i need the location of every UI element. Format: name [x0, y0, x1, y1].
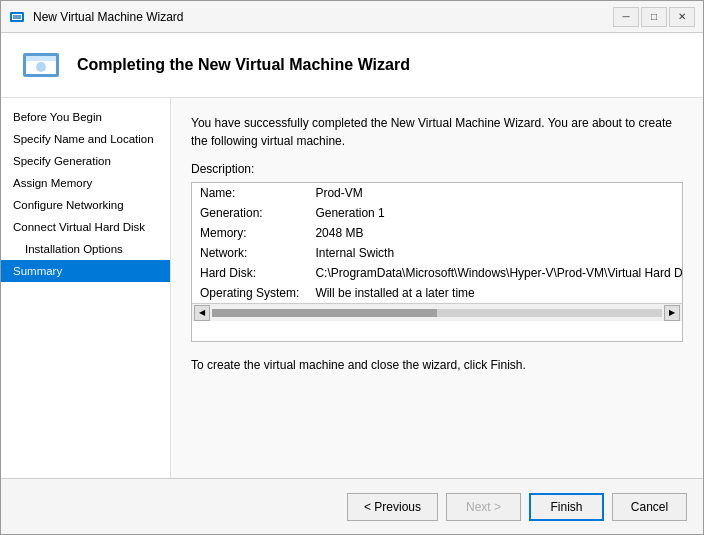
table-row: Hard Disk:C:\ProgramData\Microsoft\Windo… [192, 263, 683, 283]
main-panel: You have successfully completed the New … [171, 98, 703, 478]
wizard-header-icon [21, 49, 61, 81]
sidebar-item[interactable]: Configure Networking [1, 194, 170, 216]
sidebar-item[interactable]: Specify Name and Location [1, 128, 170, 150]
row-key: Generation: [192, 203, 307, 223]
scroll-left-button[interactable]: ◀ [194, 305, 210, 321]
row-key: Hard Disk: [192, 263, 307, 283]
row-value: Prod-VM [307, 183, 683, 203]
maximize-button[interactable]: □ [641, 7, 667, 27]
table-row: Memory:2048 MB [192, 223, 683, 243]
svg-rect-2 [13, 15, 21, 19]
table-row: Generation:Generation 1 [192, 203, 683, 223]
window-title: New Virtual Machine Wizard [33, 10, 613, 24]
wizard-window: New Virtual Machine Wizard ─ □ ✕ Complet… [0, 0, 704, 535]
minimize-button[interactable]: ─ [613, 7, 639, 27]
sidebar-item[interactable]: Summary [1, 260, 170, 282]
row-value: Generation 1 [307, 203, 683, 223]
sidebar-item[interactable]: Specify Generation [1, 150, 170, 172]
svg-rect-5 [26, 56, 56, 61]
description-table: Name:Prod-VMGeneration:Generation 1Memor… [192, 183, 683, 303]
content-area: Before You BeginSpecify Name and Locatio… [1, 98, 703, 478]
description-label: Description: [191, 162, 683, 176]
finish-instruction: To create the virtual machine and close … [191, 356, 683, 374]
sidebar-item[interactable]: Before You Begin [1, 106, 170, 128]
sidebar: Before You BeginSpecify Name and Locatio… [1, 98, 171, 478]
cancel-button[interactable]: Cancel [612, 493, 687, 521]
row-key: Name: [192, 183, 307, 203]
previous-button[interactable]: < Previous [347, 493, 438, 521]
description-box: Name:Prod-VMGeneration:Generation 1Memor… [191, 182, 683, 342]
window-controls: ─ □ ✕ [613, 7, 695, 27]
finish-button[interactable]: Finish [529, 493, 604, 521]
sidebar-item[interactable]: Assign Memory [1, 172, 170, 194]
row-value: Will be installed at a later time [307, 283, 683, 303]
scroll-right-button[interactable]: ▶ [664, 305, 680, 321]
footer: < Previous Next > Finish Cancel [1, 478, 703, 534]
close-button[interactable]: ✕ [669, 7, 695, 27]
row-value: Internal Swicth [307, 243, 683, 263]
window-icon [9, 9, 25, 25]
scrollbar-track[interactable] [212, 309, 662, 317]
svg-point-6 [36, 62, 46, 72]
table-row: Network:Internal Swicth [192, 243, 683, 263]
title-bar: New Virtual Machine Wizard ─ □ ✕ [1, 1, 703, 33]
next-button[interactable]: Next > [446, 493, 521, 521]
row-key: Network: [192, 243, 307, 263]
table-row: Operating System:Will be installed at a … [192, 283, 683, 303]
header: Completing the New Virtual Machine Wizar… [1, 33, 703, 98]
scrollbar-thumb[interactable] [212, 309, 437, 317]
table-row: Name:Prod-VM [192, 183, 683, 203]
row-value: 2048 MB [307, 223, 683, 243]
sidebar-item[interactable]: Installation Options [1, 238, 170, 260]
sidebar-item[interactable]: Connect Virtual Hard Disk [1, 216, 170, 238]
row-key: Memory: [192, 223, 307, 243]
wizard-title: Completing the New Virtual Machine Wizar… [77, 56, 410, 74]
row-value: C:\ProgramData\Microsoft\Windows\Hyper-V… [307, 263, 683, 283]
row-key: Operating System: [192, 283, 307, 303]
horizontal-scrollbar[interactable]: ◀ ▶ [192, 303, 682, 321]
intro-text: You have successfully completed the New … [191, 114, 683, 150]
